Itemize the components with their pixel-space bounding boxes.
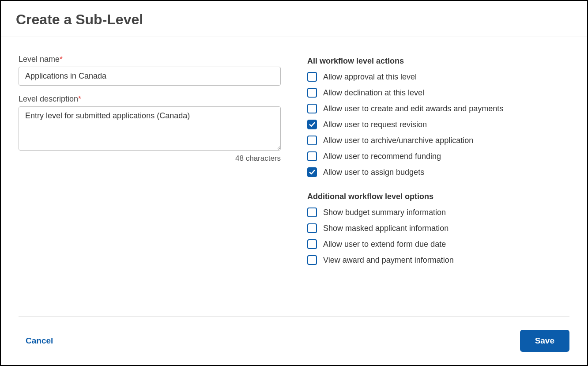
checkbox-row: Allow user to recommend funding — [307, 151, 569, 161]
actions-list: Allow approval at this levelAllow declin… — [307, 72, 569, 177]
options-heading: Additional workflow level options — [307, 192, 569, 201]
checkbox[interactable] — [307, 151, 317, 161]
checkbox-label[interactable]: Show masked applicant information — [323, 224, 449, 233]
checkbox[interactable] — [307, 104, 317, 113]
checkbox-label[interactable]: Allow user to assign budgets — [323, 168, 424, 177]
checkbox[interactable] — [307, 167, 317, 177]
checkbox[interactable] — [307, 255, 317, 265]
level-name-input[interactable] — [19, 67, 281, 86]
save-button[interactable]: Save — [520, 330, 569, 352]
required-marker: * — [78, 94, 81, 103]
content-area: Level name* Level description* 48 charac… — [1, 37, 587, 316]
cancel-button[interactable]: Cancel — [26, 336, 53, 346]
checkbox-row: Show budget summary information — [307, 208, 569, 217]
checkbox[interactable] — [307, 223, 317, 233]
checkbox-label[interactable]: Show budget summary information — [323, 208, 446, 217]
checkbox-label[interactable]: Allow user to create and edit awards and… — [323, 104, 503, 113]
right-column: All workflow level actions Allow approva… — [307, 55, 569, 307]
checkbox-row: View award and payment information — [307, 255, 569, 265]
required-marker: * — [60, 55, 63, 64]
checkbox-label[interactable]: Allow user to request revision — [323, 120, 427, 129]
checkbox[interactable] — [307, 120, 317, 129]
checkbox[interactable] — [307, 88, 317, 98]
checkbox[interactable] — [307, 136, 317, 145]
checkbox-label[interactable]: View award and payment information — [323, 256, 454, 265]
options-list: Show budget summary informationShow mask… — [307, 208, 569, 265]
checkbox-row: Allow declination at this level — [307, 88, 569, 98]
dialog-title: Create a Sub-Level — [1, 1, 587, 37]
checkbox-label[interactable]: Allow approval at this level — [323, 72, 417, 82]
checkbox[interactable] — [307, 239, 317, 249]
options-section: Additional workflow level options Show b… — [307, 190, 569, 265]
level-description-label: Level description* — [19, 94, 281, 104]
left-column: Level name* Level description* 48 charac… — [19, 55, 281, 307]
checkbox[interactable] — [307, 72, 317, 82]
checkbox-row: Allow user to archive/unarchive applicat… — [307, 136, 569, 145]
checkbox-row: Allow user to request revision — [307, 120, 569, 129]
checkbox-row: Allow approval at this level — [307, 72, 569, 82]
checkbox-label[interactable]: Allow user to extend form due date — [323, 240, 446, 249]
checkbox-label[interactable]: Allow user to archive/unarchive applicat… — [323, 136, 473, 145]
footer: Cancel Save — [1, 317, 587, 365]
level-description-group: Level description* 48 characters — [19, 94, 281, 163]
checkbox-row: Allow user to assign budgets — [307, 167, 569, 177]
checkbox-label[interactable]: Allow user to recommend funding — [323, 152, 441, 161]
level-description-textarea[interactable] — [19, 106, 281, 151]
char-count: 48 characters — [19, 154, 281, 163]
checkbox[interactable] — [307, 208, 317, 217]
checkbox-row: Allow user to extend form due date — [307, 239, 569, 249]
checkbox-row: Show masked applicant information — [307, 223, 569, 233]
level-name-group: Level name* — [19, 55, 281, 86]
level-name-label: Level name* — [19, 55, 281, 64]
actions-section: All workflow level actions Allow approva… — [307, 55, 569, 177]
checkbox-label[interactable]: Allow declination at this level — [323, 88, 424, 98]
actions-heading: All workflow level actions — [307, 57, 569, 66]
checkbox-row: Allow user to create and edit awards and… — [307, 104, 569, 113]
